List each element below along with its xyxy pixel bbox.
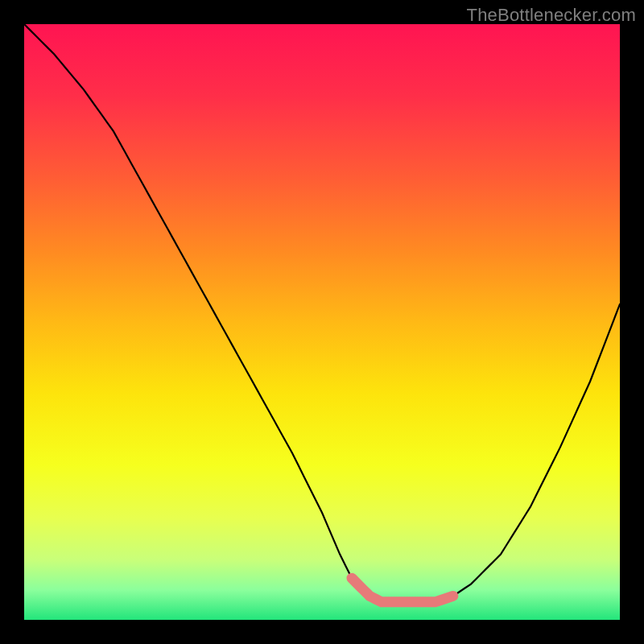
gradient-background [24,24,620,620]
chart-frame: TheBottlenecker.com [0,0,644,644]
plot-area [24,24,620,620]
bottleneck-chart [24,24,620,620]
watermark-text: TheBottlenecker.com [467,5,636,26]
